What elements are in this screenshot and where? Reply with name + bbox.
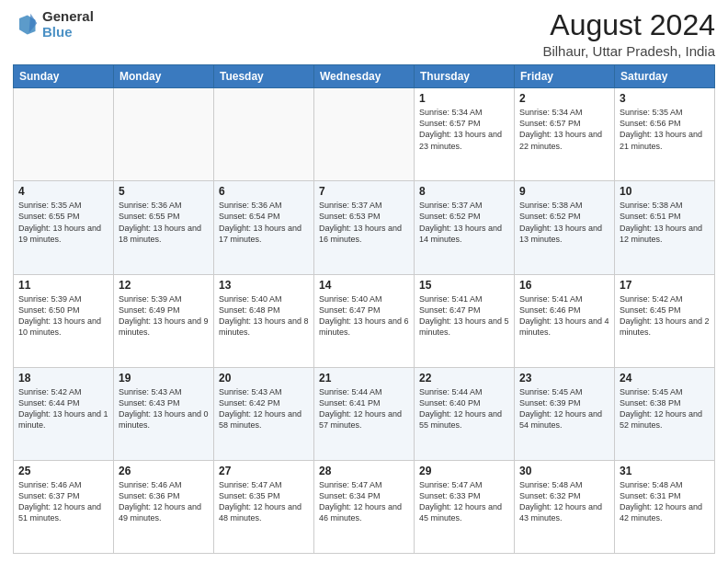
- calendar: Sunday Monday Tuesday Wednesday Thursday…: [13, 64, 715, 554]
- cell-w1-d5: 2Sunrise: 5:34 AM Sunset: 6:57 PM Daylig…: [515, 88, 615, 181]
- header-row: Sunday Monday Tuesday Wednesday Thursday…: [14, 65, 715, 88]
- header-sunday: Sunday: [14, 65, 114, 88]
- header-thursday: Thursday: [415, 65, 515, 88]
- day-info: Sunrise: 5:35 AM Sunset: 6:55 PM Dayligh…: [18, 200, 108, 245]
- cell-w2-d1: 5Sunrise: 5:36 AM Sunset: 6:55 PM Daylig…: [114, 181, 214, 274]
- day-number: 24: [620, 372, 710, 385]
- day-number: 25: [18, 465, 108, 477]
- day-number: 8: [419, 185, 509, 198]
- header-monday: Monday: [114, 65, 214, 88]
- day-info: Sunrise: 5:46 AM Sunset: 6:37 PM Dayligh…: [18, 479, 108, 524]
- day-info: Sunrise: 5:44 AM Sunset: 6:40 PM Dayligh…: [419, 386, 509, 431]
- day-info: Sunrise: 5:48 AM Sunset: 6:31 PM Dayligh…: [620, 479, 710, 524]
- day-number: 2: [519, 92, 609, 105]
- day-number: 5: [119, 185, 209, 198]
- day-number: 20: [219, 372, 309, 385]
- cell-w4-d6: 24Sunrise: 5:45 AM Sunset: 6:38 PM Dayli…: [615, 367, 715, 460]
- day-number: 6: [219, 185, 309, 198]
- day-info: Sunrise: 5:47 AM Sunset: 6:35 PM Dayligh…: [219, 479, 309, 524]
- cell-w5-d4: 29Sunrise: 5:47 AM Sunset: 6:33 PM Dayli…: [415, 460, 515, 553]
- cell-w1-d1: [114, 88, 214, 181]
- day-info: Sunrise: 5:40 AM Sunset: 6:47 PM Dayligh…: [319, 293, 409, 339]
- logo-icon: [13, 12, 39, 38]
- week-row-5: 25Sunrise: 5:46 AM Sunset: 6:37 PM Dayli…: [14, 460, 715, 553]
- cell-w2-d3: 7Sunrise: 5:37 AM Sunset: 6:53 PM Daylig…: [314, 181, 415, 274]
- cell-w3-d0: 11Sunrise: 5:39 AM Sunset: 6:50 PM Dayli…: [14, 274, 114, 367]
- day-number: 19: [119, 372, 209, 385]
- day-info: Sunrise: 5:42 AM Sunset: 6:45 PM Dayligh…: [620, 293, 710, 339]
- day-number: 13: [219, 279, 309, 292]
- day-number: 17: [620, 279, 710, 292]
- day-number: 23: [519, 372, 609, 385]
- day-number: 4: [18, 185, 108, 198]
- main-title: August 2024: [542, 9, 715, 41]
- day-info: Sunrise: 5:34 AM Sunset: 6:57 PM Dayligh…: [519, 107, 609, 152]
- cell-w3-d5: 16Sunrise: 5:41 AM Sunset: 6:46 PM Dayli…: [515, 274, 615, 367]
- page: General Blue August 2024 Bilhaur, Uttar …: [0, 0, 728, 563]
- week-row-2: 4Sunrise: 5:35 AM Sunset: 6:55 PM Daylig…: [14, 181, 715, 274]
- day-info: Sunrise: 5:46 AM Sunset: 6:36 PM Dayligh…: [119, 479, 209, 524]
- day-number: 14: [319, 279, 409, 292]
- day-number: 28: [319, 465, 409, 477]
- day-info: Sunrise: 5:37 AM Sunset: 6:53 PM Dayligh…: [319, 200, 409, 245]
- cell-w2-d0: 4Sunrise: 5:35 AM Sunset: 6:55 PM Daylig…: [14, 181, 114, 274]
- cell-w3-d2: 13Sunrise: 5:40 AM Sunset: 6:48 PM Dayli…: [214, 274, 314, 367]
- cell-w3-d3: 14Sunrise: 5:40 AM Sunset: 6:47 PM Dayli…: [314, 274, 415, 367]
- day-info: Sunrise: 5:34 AM Sunset: 6:57 PM Dayligh…: [419, 107, 509, 152]
- day-info: Sunrise: 5:43 AM Sunset: 6:43 PM Dayligh…: [119, 386, 209, 431]
- cell-w3-d4: 15Sunrise: 5:41 AM Sunset: 6:47 PM Dayli…: [415, 274, 515, 367]
- day-info: Sunrise: 5:47 AM Sunset: 6:34 PM Dayligh…: [319, 479, 409, 524]
- logo-text: General Blue: [42, 9, 94, 40]
- day-info: Sunrise: 5:36 AM Sunset: 6:54 PM Dayligh…: [219, 200, 309, 245]
- day-info: Sunrise: 5:39 AM Sunset: 6:50 PM Dayligh…: [18, 293, 108, 339]
- header-tuesday: Tuesday: [214, 65, 314, 88]
- day-info: Sunrise: 5:48 AM Sunset: 6:32 PM Dayligh…: [519, 479, 609, 524]
- week-row-1: 1Sunrise: 5:34 AM Sunset: 6:57 PM Daylig…: [14, 88, 715, 181]
- cell-w4-d0: 18Sunrise: 5:42 AM Sunset: 6:44 PM Dayli…: [14, 367, 114, 460]
- cell-w3-d6: 17Sunrise: 5:42 AM Sunset: 6:45 PM Dayli…: [615, 274, 715, 367]
- day-number: 22: [419, 372, 509, 385]
- day-number: 21: [319, 372, 409, 385]
- cell-w2-d6: 10Sunrise: 5:38 AM Sunset: 6:51 PM Dayli…: [615, 181, 715, 274]
- cell-w1-d4: 1Sunrise: 5:34 AM Sunset: 6:57 PM Daylig…: [415, 88, 515, 181]
- day-number: 26: [119, 465, 209, 477]
- cell-w2-d5: 9Sunrise: 5:38 AM Sunset: 6:52 PM Daylig…: [515, 181, 615, 274]
- day-number: 3: [620, 92, 710, 105]
- day-info: Sunrise: 5:38 AM Sunset: 6:51 PM Dayligh…: [620, 200, 710, 245]
- cell-w5-d3: 28Sunrise: 5:47 AM Sunset: 6:34 PM Dayli…: [314, 460, 415, 553]
- week-row-3: 11Sunrise: 5:39 AM Sunset: 6:50 PM Dayli…: [14, 274, 715, 367]
- day-info: Sunrise: 5:38 AM Sunset: 6:52 PM Dayligh…: [519, 200, 609, 245]
- header-friday: Friday: [515, 65, 615, 88]
- header-wednesday: Wednesday: [314, 65, 415, 88]
- cell-w5-d1: 26Sunrise: 5:46 AM Sunset: 6:36 PM Dayli…: [114, 460, 214, 553]
- day-number: 18: [18, 372, 108, 385]
- cell-w4-d3: 21Sunrise: 5:44 AM Sunset: 6:41 PM Dayli…: [314, 367, 415, 460]
- day-info: Sunrise: 5:41 AM Sunset: 6:46 PM Dayligh…: [519, 293, 609, 339]
- day-info: Sunrise: 5:45 AM Sunset: 6:38 PM Dayligh…: [620, 386, 710, 431]
- day-info: Sunrise: 5:39 AM Sunset: 6:49 PM Dayligh…: [119, 293, 209, 339]
- week-row-4: 18Sunrise: 5:42 AM Sunset: 6:44 PM Dayli…: [14, 367, 715, 460]
- logo-line2: Blue: [42, 25, 94, 40]
- day-number: 7: [319, 185, 409, 198]
- day-number: 16: [519, 279, 609, 292]
- logo-line1: General: [42, 9, 94, 25]
- day-info: Sunrise: 5:42 AM Sunset: 6:44 PM Dayligh…: [18, 386, 108, 431]
- cell-w1-d6: 3Sunrise: 5:35 AM Sunset: 6:56 PM Daylig…: [615, 88, 715, 181]
- day-info: Sunrise: 5:36 AM Sunset: 6:55 PM Dayligh…: [119, 200, 209, 245]
- day-info: Sunrise: 5:35 AM Sunset: 6:56 PM Dayligh…: [620, 107, 710, 152]
- cell-w2-d2: 6Sunrise: 5:36 AM Sunset: 6:54 PM Daylig…: [214, 181, 314, 274]
- header-saturday: Saturday: [615, 65, 715, 88]
- cell-w2-d4: 8Sunrise: 5:37 AM Sunset: 6:52 PM Daylig…: [415, 181, 515, 274]
- day-number: 15: [419, 279, 509, 292]
- cell-w4-d4: 22Sunrise: 5:44 AM Sunset: 6:40 PM Dayli…: [415, 367, 515, 460]
- day-number: 30: [519, 465, 609, 477]
- day-info: Sunrise: 5:37 AM Sunset: 6:52 PM Dayligh…: [419, 200, 509, 245]
- day-info: Sunrise: 5:44 AM Sunset: 6:41 PM Dayligh…: [319, 386, 409, 431]
- cell-w5-d0: 25Sunrise: 5:46 AM Sunset: 6:37 PM Dayli…: [14, 460, 114, 553]
- title-section: August 2024 Bilhaur, Uttar Pradesh, Indi…: [542, 9, 715, 59]
- day-number: 27: [219, 465, 309, 477]
- cell-w1-d3: [314, 88, 415, 181]
- cell-w5-d6: 31Sunrise: 5:48 AM Sunset: 6:31 PM Dayli…: [615, 460, 715, 553]
- day-number: 11: [18, 279, 108, 292]
- day-info: Sunrise: 5:45 AM Sunset: 6:39 PM Dayligh…: [519, 386, 609, 431]
